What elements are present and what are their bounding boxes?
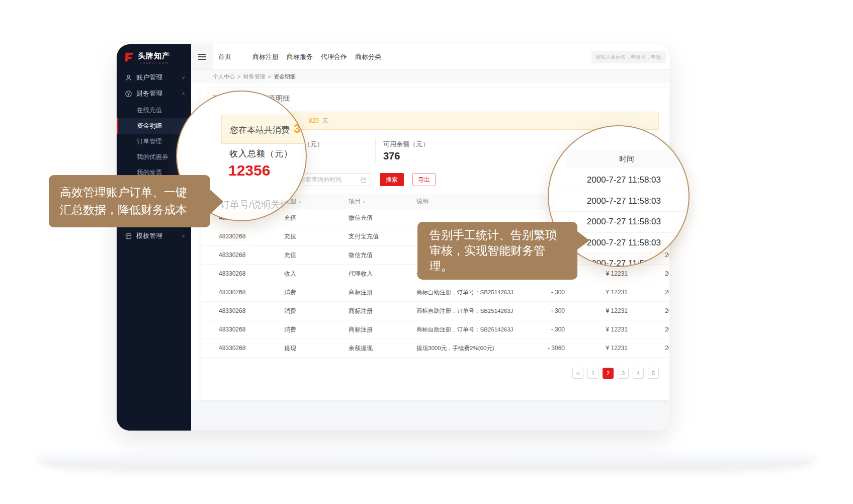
chevron-down-icon: ∨ [182,233,185,238]
cell-description: 商标自助注册，订单号：SB2514263J [416,307,537,315]
user-icon [125,74,132,81]
search-button[interactable]: 搜索 [380,173,404,186]
cell-amount: - 300 [537,289,565,296]
page-number-button[interactable]: 1 [587,368,599,379]
top-navbar: 首页商标注册商标服务代理合作商标分类 [191,44,670,70]
breadcrumb: 个人中心 > 财务管理 > 资金明细 [191,70,670,83]
cell-description: 提现3000元，手续费2%(60元) [416,345,537,352]
table-row: 48330268 消费 商标注册 商标自助注册，订单号：SB2514263J -… [201,320,669,339]
cell-time: 2000-7-27 11:58:03 [628,307,669,314]
cell-order-number: 48330268 [219,345,284,352]
cell-type: 消费 [284,307,349,315]
magnified-consumption-banner: 您在本站共消费 32124 元 [221,115,307,144]
sidebar-submenu-item[interactable]: 在线充值 [117,103,191,118]
cell-order-number: 48330268 [219,233,284,240]
cell-type: 消费 [284,288,349,297]
sidebar-group-template[interactable]: 模板管理 ∨ [117,226,191,246]
nav-item[interactable]: 代理合作 [321,52,355,61]
cell-time: 2000-7-27 11:58:03 [628,345,669,352]
nav-item[interactable]: 商标分类 [355,52,389,61]
nav-item[interactable]: 商标服务 [287,52,321,61]
cell-item: 商标注册 [349,288,416,297]
callout-right: 告别手工统计、告别繁琐审核，实现智能财务管理。 [417,222,577,280]
export-button[interactable]: 导出 [412,173,436,186]
magnified-income-label: 收入总额（元） [229,148,293,159]
brand-title: 头牌知产 [138,51,170,61]
cell-type: 充值 [284,232,349,241]
page-number-button[interactable]: 4 [633,368,644,379]
sidebar-group-finance-label: 财务管理 [136,89,162,98]
table-row: 48330268 消费 商标注册 商标自助注册，订单号：SB2514263J -… [201,302,669,320]
chevron-up-icon: ∧ [182,91,185,96]
banner-remnant-amount: 820 [309,117,319,124]
magnified-time-header: 时间 [567,149,690,168]
page-number-button[interactable]: 3 [618,368,629,379]
pagination: < 12345 [572,368,659,379]
cell-description: 商标自助注册，订单号：SB2514263J [416,326,537,333]
cell-item: 商标注册 [349,307,416,315]
marketing-canvas: 头牌知产 TOUPAI.COM 账户管理 ∨ 财务管理 ∧ 在线充 [0,0,853,504]
callout-line: 高效管理账户订单、一键 [60,184,199,201]
brand-subtitle: TOUPAI.COM [140,61,168,64]
banner-remnant-unit: 元 [322,117,328,124]
cell-item: 商标注册 [349,325,416,334]
callout-line: 汇总数据，降低财务成本 [60,201,199,219]
breadcrumb-separator: > [268,73,271,79]
cell-order-number: 48330268 [219,307,284,314]
prev-page-button[interactable]: < [572,368,583,379]
magnified-income-value: 12356 [228,162,270,179]
breadcrumb-item[interactable]: 个人中心 [213,73,235,80]
cell-item: 余额提现 [349,344,416,353]
col-header-item: 项目∨ [349,197,416,206]
banner-remnant: 820 元 [309,117,328,124]
cell-type: 消费 [284,325,349,334]
chevron-down-icon: ∨ [182,75,185,80]
col-header-desc: 说明 [416,197,537,206]
breadcrumb-separator: > [237,73,240,79]
stats-divider [375,138,376,162]
sidebar-submenu-item[interactable]: 资金明细 [117,118,191,134]
sidebar-group-template-label: 模板管理 [136,231,162,240]
callout-line: 审核，实现智能财务管 [430,243,565,259]
sort-caret-icon[interactable]: ∨ [298,200,301,204]
template-icon [125,232,132,240]
cell-item: 微信充值 [349,214,416,222]
cell-time: 2000-7-27 11:58:03 [628,289,669,296]
breadcrumb-item[interactable]: 财务管理 [243,73,265,80]
cell-type: 充值 [284,251,349,260]
available-balance-value: 376 [383,150,400,162]
footer-band [191,400,670,431]
cell-balance: ¥ 12231 [565,307,628,314]
breadcrumb-current: 资金明细 [274,73,296,80]
cell-item: 微信充值 [349,251,416,260]
cell-amount: - 300 [537,307,565,314]
page-number-button[interactable]: 2 [603,368,614,379]
hamburger-menu-icon[interactable] [191,44,213,69]
trademark-search-input[interactable] [591,51,666,63]
sidebar-group-finance[interactable]: 财务管理 ∧ [117,83,191,104]
sort-caret-icon[interactable]: ∨ [363,200,366,204]
nav-item[interactable]: 商标注册 [252,52,287,61]
table-row: 48330268 提现 余额提现 提现3000元，手续费2%(60元) - 30… [201,339,669,358]
col-header-type: 类型∨ [284,197,349,206]
cell-order-number: 48330268 [219,289,284,296]
top-nav: 首页商标注册商标服务代理合作商标分类 [218,52,389,61]
cell-type: 充值 [284,214,349,222]
page-number-button[interactable]: 5 [648,368,659,379]
cell-item: 代理收入 [349,270,416,278]
laptop-base [38,452,815,468]
cell-balance: ¥ 12231 [565,345,628,352]
callout-arrow-right-icon [577,231,589,249]
magnified-time-value: 2000-7-27 11:58:03 [549,170,689,191]
cell-amount: - 300 [537,326,565,333]
cell-amount: - 3060 [537,345,565,352]
table-row: 48330268 消费 商标注册 商标自助注册，订单号：SB2514263J -… [201,283,669,302]
cell-balance: ¥ 12231 [565,326,628,333]
cell-order-number: 48330268 [219,326,284,333]
cell-item: 支付宝充值 [349,232,416,241]
cell-order-number: 48330268 [219,270,284,277]
sidebar: 头牌知产 TOUPAI.COM 账户管理 ∨ 财务管理 ∧ 在线充 [117,44,191,431]
nav-item[interactable]: 首页 [218,52,252,61]
cell-balance: ¥ 12231 [565,289,628,296]
calendar-icon[interactable] [360,176,367,185]
